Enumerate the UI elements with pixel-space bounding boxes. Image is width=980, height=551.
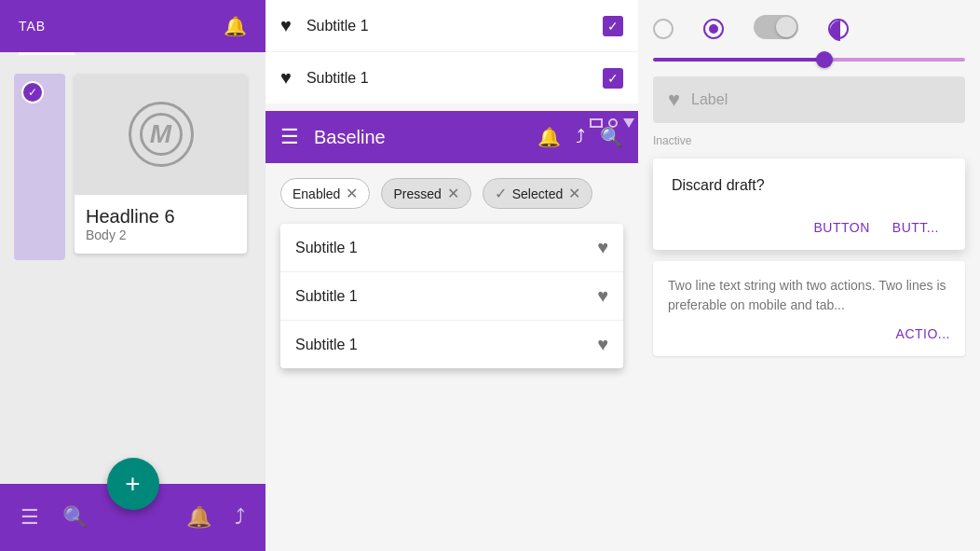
check-circle: ✓ bbox=[21, 81, 44, 103]
dropdown-item-2[interactable]: Subtitle 1 ♥ bbox=[280, 272, 623, 321]
card-area: ✓ M Headline 6 Body 2 bbox=[0, 55, 265, 279]
dropdown-heart-3: ♥ bbox=[597, 334, 608, 355]
radio-half-fill bbox=[830, 21, 840, 41]
shape-rect bbox=[590, 118, 603, 128]
dropdown-text-2: Subtitle 1 bbox=[295, 288, 597, 305]
menu-icon[interactable]: ☰ bbox=[20, 505, 39, 530]
dropdown-text-3: Subtitle 1 bbox=[295, 337, 597, 353]
controls-row bbox=[653, 0, 965, 54]
radio-half[interactable] bbox=[828, 19, 849, 39]
radio-unselected[interactable] bbox=[653, 19, 674, 39]
chip-selected-label: Selected bbox=[512, 186, 563, 201]
text-card: Two line text string with two actions. T… bbox=[653, 261, 965, 356]
bell-icon[interactable]: 🔔 bbox=[224, 15, 247, 37]
radio-selected-inner bbox=[709, 24, 718, 34]
toolbar-title: Baseline bbox=[314, 127, 538, 148]
toolbar-menu-icon[interactable]: ☰ bbox=[280, 125, 299, 149]
search-icon[interactable]: 🔍 bbox=[62, 505, 88, 530]
chip-pressed-close[interactable]: ✕ bbox=[447, 185, 459, 202]
inactive-heart-icon: ♥ bbox=[668, 88, 680, 112]
inactive-section: ♥ Label bbox=[653, 76, 965, 123]
tab-bar[interactable]: TAB 🔔 bbox=[0, 0, 265, 52]
list-item: ♥ Subtitle 1 ✓ bbox=[265, 0, 638, 52]
tab-label: TAB bbox=[19, 19, 46, 34]
toolbar: ☰ Baseline 🔔 ⤴ 🔍 bbox=[265, 111, 638, 163]
toolbar-search-icon[interactable]: 🔍 bbox=[600, 126, 623, 148]
middle-panel: ♥ Subtitle 1 ✓ ♥ Subtitle 1 ✓ ☰ Baseline… bbox=[265, 0, 638, 551]
slider-thumb[interactable] bbox=[816, 51, 833, 68]
radio-selected[interactable] bbox=[703, 19, 724, 39]
list-item-2: ♥ Subtitle 1 ✓ bbox=[265, 52, 638, 103]
fab-button[interactable]: + bbox=[107, 458, 159, 510]
dropdown-heart-1: ♥ bbox=[597, 237, 608, 258]
dialog-button-1[interactable]: BUTTON bbox=[807, 213, 878, 242]
card-content: Headline 6 Body 2 bbox=[75, 195, 247, 254]
dialog-title: Discard draft? bbox=[672, 177, 946, 194]
toolbar-shapes bbox=[590, 118, 634, 128]
checkbox-2[interactable]: ✓ bbox=[603, 68, 623, 89]
small-card: ✓ bbox=[14, 74, 65, 260]
chip-pressed-label: Pressed bbox=[393, 186, 441, 201]
main-card: M Headline 6 Body 2 bbox=[75, 74, 247, 254]
share-icon[interactable]: ⤴ bbox=[235, 505, 245, 530]
card-icon: M bbox=[129, 102, 194, 167]
toolbar-action-icons: 🔔 ⤴ 🔍 bbox=[538, 126, 623, 148]
dropdown-heart-2: ♥ bbox=[597, 285, 608, 307]
chip-enabled-close[interactable]: ✕ bbox=[346, 185, 358, 202]
heart-icon-1: ♥ bbox=[280, 15, 292, 36]
dropdown-item-3[interactable]: Subtitle 1 ♥ bbox=[280, 321, 623, 368]
dialog: Discard draft? BUTTON BUTT... bbox=[653, 158, 965, 250]
inactive-state-text: Inactive bbox=[653, 134, 965, 147]
chip-check-icon: ✓ bbox=[495, 185, 507, 202]
dropdown-item-1[interactable]: Subtitle 1 ♥ bbox=[280, 224, 623, 272]
shape-triangle bbox=[623, 118, 634, 128]
card-image: M bbox=[75, 74, 247, 195]
toolbar-share-icon[interactable]: ⤴ bbox=[576, 126, 585, 148]
heart-icon-2: ♥ bbox=[280, 67, 292, 89]
left-panel: TAB 🔔 ✓ M Headline 6 Body 2 + ☰ 🔍 🔔 ⤴ bbox=[0, 0, 265, 551]
slider-row[interactable] bbox=[653, 54, 965, 76]
dialog-button-2[interactable]: BUTT... bbox=[885, 213, 946, 242]
toggle-track-off bbox=[754, 15, 798, 39]
chip-pressed[interactable]: Pressed ✕ bbox=[381, 178, 470, 209]
chip-selected-close[interactable]: ✕ bbox=[568, 185, 580, 202]
bell-nav-icon[interactable]: 🔔 bbox=[186, 505, 211, 530]
inactive-label: Label bbox=[691, 91, 728, 108]
right-panel: ♥ Label Inactive Discard draft? BUTTON B… bbox=[638, 0, 980, 551]
card-body: Body 2 bbox=[86, 227, 236, 242]
card-icon-letter: M bbox=[150, 119, 171, 149]
list-text-1: Subtitle 1 bbox=[306, 18, 603, 34]
top-list: ♥ Subtitle 1 ✓ ♥ Subtitle 1 ✓ bbox=[265, 0, 638, 103]
toggle-thumb-off bbox=[776, 17, 796, 37]
slider-track bbox=[653, 58, 965, 62]
dialog-actions: BUTTON BUTT... bbox=[672, 213, 946, 242]
checkbox-1[interactable]: ✓ bbox=[603, 16, 623, 36]
dropdown-text-1: Subtitle 1 bbox=[295, 240, 597, 256]
dropdown-list: Subtitle 1 ♥ Subtitle 1 ♥ Subtitle 1 ♥ bbox=[280, 224, 623, 368]
toolbar-bell-icon[interactable]: 🔔 bbox=[538, 126, 561, 148]
text-card-body: Two line text string with two actions. T… bbox=[668, 276, 950, 315]
chip-enabled[interactable]: Enabled ✕ bbox=[280, 178, 370, 209]
shape-circle bbox=[608, 118, 618, 128]
chip-enabled-label: Enabled bbox=[293, 186, 340, 201]
toggle-off[interactable] bbox=[754, 15, 798, 43]
list-text-2: Subtitle 1 bbox=[306, 70, 603, 87]
text-card-action[interactable]: ACTIO... bbox=[668, 326, 950, 341]
card-headline: Headline 6 bbox=[86, 206, 236, 227]
chip-selected[interactable]: ✓ Selected ✕ bbox=[483, 178, 592, 209]
chips-row: Enabled ✕ Pressed ✕ ✓ Selected ✕ bbox=[265, 163, 638, 224]
